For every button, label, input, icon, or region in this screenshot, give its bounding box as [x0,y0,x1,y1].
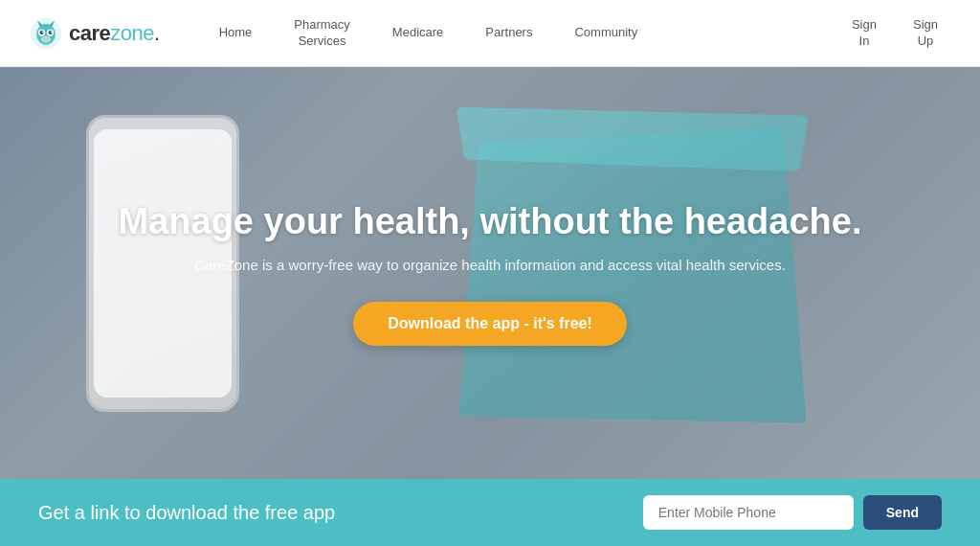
send-button[interactable]: Send [863,495,942,530]
main-nav: Home Pharmacy Services Medicare Partners… [198,10,838,57]
sign-up-link[interactable]: Sign Up [900,11,951,56]
sign-in-link[interactable]: Sign In [838,11,890,56]
hero-heading: Manage your health, without the headache… [119,200,862,244]
hero-section: Manage your health, without the headache… [0,67,980,479]
phone-form: Send [643,495,942,530]
hero-subtext: CareZone is a worry-free way to organize… [119,257,862,273]
owl-icon [29,16,63,51]
header: carezone. Home Pharmacy Services Medicar… [0,0,980,67]
nav-item-home[interactable]: Home [198,17,274,49]
bottom-bar: Get a link to download the free app Send [0,479,980,546]
logo[interactable]: carezone. [29,16,160,51]
logo-text: carezone. [69,21,160,46]
nav-item-medicare[interactable]: Medicare [371,17,464,49]
svg-point-6 [40,31,44,34]
hero-content: Manage your health, without the headache… [80,200,901,347]
svg-point-7 [49,31,53,34]
nav-item-partners[interactable]: Partners [464,17,553,49]
bottom-bar-text: Get a link to download the free app [38,502,643,524]
svg-point-8 [42,31,43,32]
svg-point-9 [51,31,52,32]
nav-item-community[interactable]: Community [553,17,658,49]
phone-input[interactable] [643,495,854,530]
download-app-button[interactable]: Download the app - it's free! [353,302,627,346]
auth-nav: Sign In Sign Up [838,11,951,56]
nav-item-pharmacy-services[interactable]: Pharmacy Services [273,10,371,57]
svg-point-11 [41,35,52,42]
